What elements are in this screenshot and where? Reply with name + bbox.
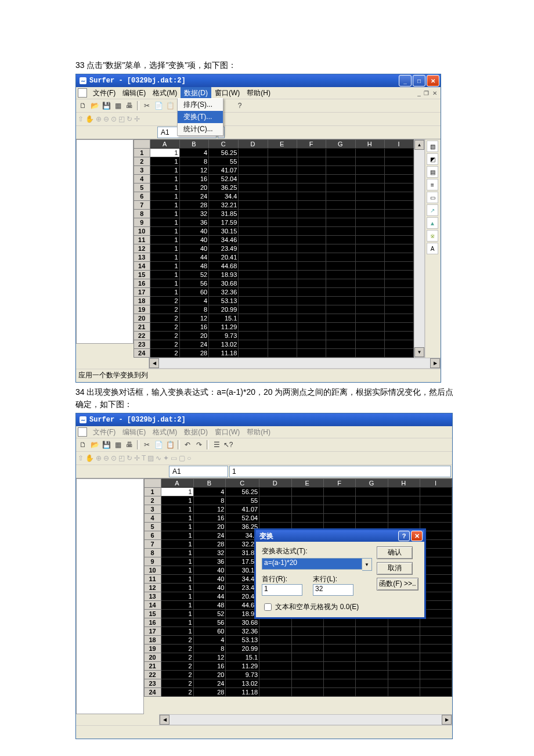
row-header[interactable]: 13: [145, 592, 161, 601]
object-tree-panel[interactable]: [76, 139, 134, 344]
cell[interactable]: [259, 679, 291, 688]
cell[interactable]: 2: [150, 314, 179, 323]
row-header[interactable]: 9: [134, 218, 150, 227]
data-grid[interactable]: ABCDEFGHI11456.2521855311241.07411652.04…: [134, 139, 414, 358]
cut-icon[interactable]: ✂: [142, 440, 152, 450]
cell[interactable]: [297, 218, 326, 227]
dropdown-statistics[interactable]: 统计(C)...: [178, 123, 223, 135]
menu-format[interactable]: 格式(M): [149, 426, 181, 438]
cell[interactable]: 53.13: [209, 297, 239, 305]
cell[interactable]: [420, 505, 452, 514]
cell[interactable]: [239, 314, 268, 323]
cell[interactable]: [356, 627, 388, 636]
cell[interactable]: [356, 496, 388, 505]
cell[interactable]: [326, 288, 355, 297]
column-header[interactable]: G: [326, 140, 355, 149]
cell[interactable]: 56.25: [226, 488, 259, 496]
checkbox-icon[interactable]: [264, 603, 272, 611]
cell[interactable]: [239, 175, 268, 183]
cell[interactable]: [297, 210, 326, 218]
tree-icon[interactable]: ☰: [211, 440, 222, 450]
row-header[interactable]: 9: [145, 557, 161, 566]
cell[interactable]: 2: [150, 349, 179, 358]
cell[interactable]: [355, 201, 384, 210]
cell[interactable]: [384, 271, 413, 279]
cell[interactable]: [388, 645, 420, 653]
horizontal-scrollbar[interactable]: ◀ ▶: [149, 358, 441, 369]
column-header[interactable]: A: [150, 140, 179, 149]
cell[interactable]: 55: [209, 157, 239, 166]
cell[interactable]: [420, 496, 452, 505]
open-icon[interactable]: 📂: [89, 440, 100, 450]
cell[interactable]: [420, 618, 452, 627]
grid-area[interactable]: ABCDEFGHI11456.2521855311241.07411652.04…: [134, 139, 414, 358]
cell[interactable]: [326, 166, 355, 175]
cell[interactable]: 11.29: [226, 662, 259, 671]
cell[interactable]: [259, 514, 291, 523]
cell[interactable]: [384, 192, 413, 201]
cell[interactable]: [326, 149, 355, 157]
redo-icon[interactable]: ↷: [194, 440, 204, 450]
tool-3d-icon[interactable]: ◩: [427, 153, 438, 165]
dialog-close-button[interactable]: ✕: [411, 531, 423, 541]
cell[interactable]: 1: [161, 618, 193, 627]
cell[interactable]: [384, 218, 413, 227]
cell[interactable]: [420, 627, 452, 636]
cell[interactable]: 1: [150, 279, 179, 288]
cell[interactable]: [326, 271, 355, 279]
new-icon[interactable]: 🗋: [78, 440, 88, 450]
cell[interactable]: [388, 514, 420, 523]
cell[interactable]: [388, 505, 420, 514]
column-header[interactable]: H: [355, 140, 384, 149]
cell[interactable]: 8: [179, 157, 209, 166]
hand-icon[interactable]: ✋: [85, 115, 94, 123]
cell[interactable]: [355, 297, 384, 305]
cell[interactable]: 1: [161, 496, 193, 505]
blank-as-zero-checkbox[interactable]: 文本和空单元格视为 0.0(E): [262, 602, 372, 613]
cell[interactable]: 1: [161, 531, 193, 540]
cell[interactable]: [388, 496, 420, 505]
row-header[interactable]: 23: [134, 340, 150, 349]
grid-area[interactable]: ABCDEFGHI11456.2521855311241.07411652.04…: [144, 478, 452, 714]
cell[interactable]: [297, 166, 326, 175]
cross-icon[interactable]: ✢: [134, 454, 140, 462]
column-header[interactable]: B: [193, 479, 226, 488]
cell[interactable]: 2: [150, 332, 179, 340]
cell[interactable]: 1: [161, 627, 193, 636]
formula-box[interactable]: 1: [229, 466, 451, 477]
cell[interactable]: 1: [150, 227, 179, 236]
hand-icon[interactable]: ✋: [85, 454, 94, 462]
cell[interactable]: 1: [161, 584, 193, 592]
cell[interactable]: [239, 253, 268, 262]
cell-reference-box[interactable]: A1: [169, 466, 228, 477]
grid-icon[interactable]: ▦: [113, 440, 123, 450]
scroll-down-icon[interactable]: ▼: [414, 347, 424, 357]
grid-icon[interactable]: ▦: [113, 100, 123, 111]
map-toolbar[interactable]: ⇧ ✋ ⊕ ⊖ ⊙ ◰ ↻ ✢ T ▨ ∿ ✦ ▭ ▢ ○: [76, 452, 452, 465]
cell[interactable]: [326, 262, 355, 271]
object-tree-panel[interactable]: [76, 478, 144, 714]
ok-button[interactable]: 确认: [377, 546, 413, 559]
cell[interactable]: [259, 636, 291, 645]
cell[interactable]: [291, 627, 323, 636]
cell[interactable]: 52.04: [226, 514, 259, 523]
first-row-input[interactable]: 1: [262, 584, 302, 596]
text-icon[interactable]: T: [142, 454, 146, 462]
cell[interactable]: [420, 679, 452, 688]
row-header[interactable]: 16: [145, 618, 161, 627]
expression-input[interactable]: a=(a-1)*20: [262, 558, 362, 570]
row-header[interactable]: 22: [145, 671, 161, 679]
tool-image-icon[interactable]: ▭: [427, 192, 438, 203]
cell[interactable]: [384, 340, 413, 349]
close-button[interactable]: ✕: [427, 75, 439, 87]
vertical-scrollbar[interactable]: ▲ ▼: [414, 139, 425, 358]
cell[interactable]: [388, 627, 420, 636]
cell[interactable]: [268, 314, 297, 323]
cell[interactable]: 1: [150, 236, 179, 244]
cell[interactable]: 32.36: [226, 627, 259, 636]
tool-contour-icon[interactable]: ▧: [427, 141, 438, 152]
cell[interactable]: [259, 671, 291, 679]
cell[interactable]: [388, 488, 420, 496]
scroll-left-icon[interactable]: ◀: [160, 715, 169, 725]
row-header[interactable]: 20: [134, 314, 150, 323]
